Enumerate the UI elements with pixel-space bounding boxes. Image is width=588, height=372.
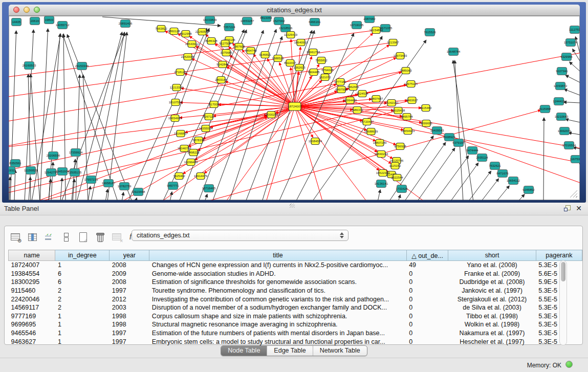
graph-node[interactable]: 16648784 [447,48,461,56]
graph-node[interactable]: 7485063 [400,68,412,74]
column-header-name[interactable]: name [9,250,55,261]
graph-node[interactable]: 8186328 [205,38,217,45]
graph-node[interactable]: 9329966 [560,53,573,61]
graph-node[interactable]: 17957233 [84,176,98,184]
rows-icon[interactable] [61,232,72,242]
graph-node[interactable]: 12923468 [132,188,145,196]
network-window-titlebar[interactable]: citations_edges.txt [9,5,580,16]
graph-node[interactable]: 5878334 [192,137,205,144]
graph-node[interactable]: 8350561 [9,160,21,167]
column-header-title[interactable]: title [149,250,406,261]
table-scrollbar[interactable] [559,260,567,345]
graph-node[interactable]: 19958187 [102,180,116,187]
graph-node[interactable]: 6794028 [321,67,334,74]
graph-node[interactable]: 19166857 [174,130,188,137]
graph-node[interactable]: 2522544 [391,174,403,181]
graph-node[interactable]: 9495784 [401,114,413,120]
graph-node[interactable]: 17359924 [69,149,83,157]
graph-node[interactable]: 9457771 [167,182,179,190]
graph-node[interactable]: 3919311 [9,167,16,174]
graph-node[interactable]: 1244413 [553,98,565,105]
tab-network-table[interactable]: Network Table [313,346,367,356]
graph-node[interactable]: 7357224 [223,24,235,31]
graph-node[interactable]: 19654923 [401,128,415,135]
network-table-selector[interactable]: citations_edges.txt [132,230,349,241]
graph-node[interactable]: 8322037 [284,60,296,67]
graph-node[interactable]: 19803 [45,16,54,24]
graph-node[interactable]: 12975115 [404,81,418,87]
graph-node[interactable]: 20616 [30,17,40,25]
graph-node[interactable]: 13992971 [558,127,572,135]
graph-node[interactable]: 19384554 [309,138,322,145]
graph-node[interactable]: 26160503 [23,62,36,70]
graph-node[interactable]: 15218506 [279,25,293,32]
graph-node[interactable]: 16409543 [430,127,444,135]
graph-node[interactable]: 10807487 [369,96,383,102]
memory-status-icon[interactable] [565,361,573,368]
graph-node[interactable]: 1588520 [272,55,284,62]
graph-node[interactable]: 6466161 [309,18,321,26]
graph-node[interactable]: 11156829 [24,167,37,174]
graph-node[interactable]: 2935114 [476,154,489,162]
graph-node[interactable]: 10719195 [350,21,364,29]
graph-node[interactable]: 9115460 [420,105,432,112]
graph-node[interactable]: 16355554 [199,125,213,132]
graph-node[interactable]: 20206556 [47,152,60,160]
graph-node[interactable]: 14405 [12,18,21,26]
table-row[interactable]: 977716911998Corpus callosum shape and si… [9,312,582,321]
graph-node[interactable]: 8471676 [496,170,509,178]
table-settings-icon[interactable] [11,232,21,242]
graph-node[interactable]: 29153346 [75,62,89,70]
graph-node[interactable]: 12093872 [554,82,568,90]
table-row[interactable]: 1938455462009Genome-wide association stu… [9,270,582,278]
graph-node[interactable]: 9463627 [406,97,418,104]
graph-node[interactable]: 9474444 [466,147,478,155]
graph-node[interactable]: 7462661 [347,84,359,91]
graph-node[interactable]: 17242160 [385,100,399,106]
graph-node[interactable]: 12213382 [170,84,184,91]
column-header-short[interactable]: short [448,250,536,261]
column-header-pagerank[interactable]: pagerank [536,250,582,261]
graph-node[interactable]: 8115958 [539,105,552,113]
graph-node[interactable]: 19654935 [168,115,182,122]
graph-node[interactable]: 1213967 [387,39,399,46]
graph-node[interactable]: 1112753 [569,26,580,34]
close-panel-icon[interactable]: ✕ [576,204,582,212]
graph-node[interactable]: 9904485 [308,69,320,76]
scrollbar-thumb[interactable] [561,262,565,281]
graph-node[interactable]: 18724007 [288,102,302,111]
graph-node[interactable]: 2718120 [174,69,186,76]
graph-node[interactable]: 6497508 [335,86,347,93]
network-canvas[interactable]: 1440520616198031405571220891406160338097… [9,16,580,200]
graph-node[interactable]: 11325419 [284,32,298,38]
graph-node[interactable]: 2087682 [363,16,376,23]
graph-node[interactable]: 14136141 [375,180,388,188]
graph-node[interactable]: 1621072 [319,74,331,81]
graph-node[interactable]: 7955812 [315,57,328,64]
graph-node[interactable]: 14055712 [56,21,70,29]
graph-node[interactable]: 20891406 [119,20,133,28]
float-panel-icon[interactable] [564,205,571,211]
graph-node[interactable]: 9227341 [556,68,568,75]
graph-node[interactable]: 8813054 [260,16,272,22]
graph-node[interactable]: 15751074 [564,39,578,47]
graph-node[interactable]: 16914479 [194,173,208,180]
graph-node[interactable]: 9245852 [522,186,535,194]
graph-node[interactable]: 2803144 [215,77,227,83]
graph-node[interactable]: 8454749 [245,48,257,54]
graph-node[interactable]: 8912954 [180,31,192,37]
tab-edge-table[interactable]: Edge Table [267,346,313,356]
insert-column-icon[interactable] [28,232,38,242]
graph-node[interactable]: 1733426 [396,185,408,193]
graph-node[interactable]: 16099489 [184,159,198,166]
graph-node[interactable]: 9756928 [394,143,406,150]
graph-node[interactable]: 12505135 [68,169,82,177]
graph-node[interactable]: 917006 [209,101,220,108]
graph-node[interactable]: 9146821 [259,52,271,58]
graph-node[interactable]: 16782759 [118,183,132,190]
table-row[interactable]: 1830029562008Estimation of significance … [9,278,582,287]
tab-node-table[interactable]: Node Table [221,346,267,356]
graph-node[interactable]: 15716465 [202,185,216,192]
table-row[interactable]: 1456911722003Disruption of a novel membe… [9,303,582,312]
graph-node[interactable]: 9777169 [334,79,346,85]
